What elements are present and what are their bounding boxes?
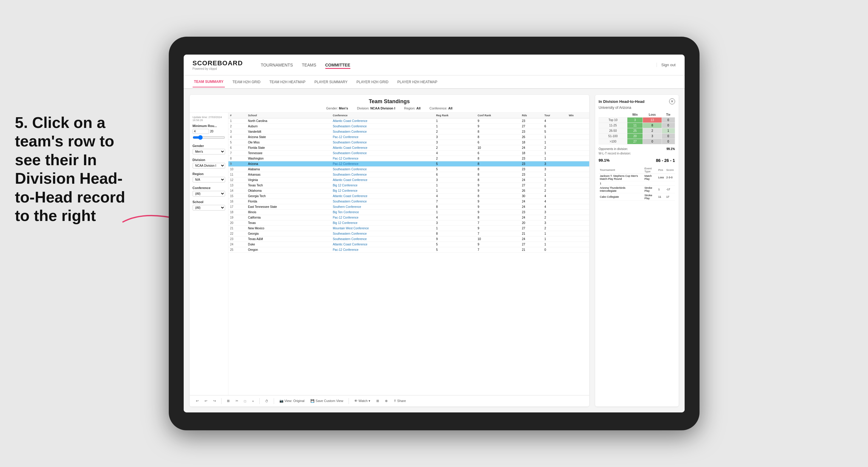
toolbar-redo[interactable]: ↪ — [211, 398, 218, 404]
standings-row-21[interactable]: 21 New Mexico Mountain West Conference 1… — [228, 226, 589, 231]
col-reg-rank: Reg Rank — [434, 113, 475, 118]
conf-rank-10: 8 — [476, 167, 520, 172]
tour-15: 4 — [543, 193, 567, 199]
toolbar-undo2[interactable]: ↩ — [203, 398, 209, 404]
t-col-pos: Pos — [657, 166, 665, 174]
standings-row-7[interactable]: 7 Tennessee Southeastern Conference 4 6 … — [228, 151, 589, 156]
win-21 — [567, 226, 589, 231]
rank-5: 5 — [228, 140, 246, 145]
standings-row-14[interactable]: 14 Oklahoma Big 12 Conference 1 9 26 2 — [228, 188, 589, 193]
standings-row-1[interactable]: 1 North Carolina Atlantic Coast Conferen… — [228, 118, 589, 124]
conf-3: Southeastern Conference — [331, 129, 434, 134]
tour-16: 4 — [543, 199, 567, 204]
rds-16: 24 — [520, 199, 543, 204]
subnav-team-h2h-grid[interactable]: TEAM H2H GRID — [231, 77, 262, 87]
standings-row-2[interactable]: 2 Auburn Southeastern Conference 1 9 27 … — [228, 124, 589, 129]
conf-4: Pac-12 Conference — [331, 134, 434, 140]
toolbar-timer[interactable]: ⏱ — [263, 398, 270, 404]
conf-18: Big Ten Conference — [331, 210, 434, 215]
toolbar-plus[interactable]: + — [250, 398, 255, 404]
region-select[interactable]: N/A East West — [193, 177, 225, 183]
toolbar-add[interactable]: ⊕ — [383, 398, 390, 404]
reg-rank-8: 2 — [434, 156, 475, 161]
rds-6: 24 — [520, 145, 543, 151]
standings-row-15[interactable]: 15 Georgia Tech Atlantic Coast Conferenc… — [228, 193, 589, 199]
subnav-player-summary[interactable]: PLAYER SUMMARY — [313, 77, 349, 87]
standings-row-22[interactable]: 22 Georgia Southeastern Conference 8 7 2… — [228, 231, 589, 237]
col-conf-rank: Conf Rank — [476, 113, 520, 118]
nav-committee[interactable]: COMMITTEE — [325, 61, 350, 69]
gender-select[interactable]: Men's Women's — [193, 149, 225, 154]
standings-row-6[interactable]: 6 Florida State Atlantic Coast Conferenc… — [228, 145, 589, 151]
h2h-close-button[interactable]: ✕ — [669, 98, 675, 104]
standings-row-4[interactable]: 4 Arizona State Pac-12 Conference 3 8 26… — [228, 134, 589, 140]
annotation-text: 5. Click on a team's row to see their In… — [15, 113, 128, 225]
standings-row-17[interactable]: 17 East Tennessee State Southern Confere… — [228, 204, 589, 210]
toolbar-undo[interactable]: ↩ — [194, 398, 200, 404]
h2h-row-top10: Top 10 3 13 0 — [599, 118, 675, 123]
standings-row-13[interactable]: 13 Texas Tech Big 12 Conference 1 9 27 2 — [228, 183, 589, 188]
subnav-player-h2h-heatmap[interactable]: PLAYER H2H HEATMAP — [396, 77, 439, 87]
tour-5: 1 — [543, 140, 567, 145]
toolbar-watch[interactable]: 👁 Watch ▾ — [352, 398, 372, 404]
standings-row-10[interactable]: 10 Alabama Southeastern Conference 5 8 2… — [228, 167, 589, 172]
standings-row-5[interactable]: 5 Ole Miss Southeastern Conference 3 6 1… — [228, 140, 589, 145]
standings-row-23[interactable]: 23 Texas A&M Southeastern Conference 9 1… — [228, 237, 589, 242]
tour-9: 3 — [543, 161, 567, 167]
toolbar-grid2[interactable]: ⊞ — [374, 398, 381, 404]
col-school: School — [246, 113, 331, 118]
sub-nav: TEAM SUMMARY TEAM H2H GRID TEAM H2H HEAT… — [184, 75, 685, 89]
school-3: Vanderbilt — [246, 129, 331, 134]
toolbar-save-custom[interactable]: 💾 Save Custom View — [309, 398, 345, 404]
conf-21: Mountain West Conference — [331, 226, 434, 231]
min-rounds-slider[interactable] — [193, 135, 225, 140]
win-16 — [567, 199, 589, 204]
reg-rank-22: 8 — [434, 231, 475, 237]
tour-3: 5 — [543, 129, 567, 134]
rds-23: 24 — [520, 237, 543, 242]
standings-row-9[interactable]: 9 Arizona Pac-12 Conference 5 8 23 3 — [228, 161, 589, 167]
h2h-row-11-25: 11-25 11 8 0 — [599, 123, 675, 128]
filter-region: Region N/A East West — [193, 172, 225, 183]
min-rounds-input[interactable] — [193, 129, 209, 134]
panel-meta: Gender: Men's Division: NCAA Division I … — [196, 106, 583, 110]
subnav-player-h2h-grid[interactable]: PLAYER H2H GRID — [355, 77, 390, 87]
subnav-team-h2h-heatmap[interactable]: TEAM H2H HEATMAP — [268, 77, 307, 87]
school-12: Virginia — [246, 178, 331, 183]
school-select[interactable]: (All) — [193, 205, 225, 211]
standings-row-8[interactable]: 8 Washington Pac-12 Conference 2 8 23 1 — [228, 156, 589, 161]
standings-row-24[interactable]: 24 Duke Atlantic Coast Conference 5 9 27… — [228, 242, 589, 247]
standings-row-19[interactable]: 19 California Pac-12 Conference 4 8 24 2 — [228, 215, 589, 220]
standings-row-18[interactable]: 18 Illinois Big Ten Conference 1 9 23 3 — [228, 210, 589, 215]
conference-select[interactable]: (All) Atlantic Coast Conference Southeas… — [193, 191, 225, 196]
school-13: Texas Tech — [246, 183, 331, 188]
standings-row-3[interactable]: 3 Vanderbilt Southeastern Conference 2 8… — [228, 129, 589, 134]
nav-tournaments[interactable]: TOURNAMENTS — [260, 61, 293, 69]
conf-rank-3: 8 — [476, 129, 520, 134]
standings-row-20[interactable]: 20 Texas Big 12 Conference 3 7 20 3 — [228, 220, 589, 226]
school-16: Florida — [246, 199, 331, 204]
reg-rank-6: 2 — [434, 145, 475, 151]
toolbar-copy[interactable]: □ — [242, 398, 248, 404]
school-8: Washington — [246, 156, 331, 161]
toolbar-view-original[interactable]: 📷 View: Original — [278, 398, 307, 404]
toolbar-grid[interactable]: ⊞ — [225, 398, 231, 404]
standings-row-25[interactable]: 25 Oregon Pac-12 Conference 5 7 21 0 — [228, 247, 589, 253]
filter-school-label: School — [193, 200, 225, 204]
rank-4: 4 — [228, 134, 246, 140]
toolbar-share[interactable]: ⇑ Share — [392, 398, 408, 404]
school-19: California — [246, 215, 331, 220]
sign-out-button[interactable]: Sign out — [657, 63, 676, 67]
standings-row-12[interactable]: 12 Virginia Atlantic Coast Conference 3 … — [228, 178, 589, 183]
t-score-3: 17 — [665, 193, 675, 201]
toolbar-scissors[interactable]: ✂ — [234, 398, 240, 404]
subnav-team-summary[interactable]: TEAM SUMMARY — [193, 76, 225, 87]
win-2 — [567, 124, 589, 129]
nav-teams[interactable]: TEAMS — [302, 61, 316, 69]
division-select[interactable]: NCAA Division I NCAA Division II NCAA Di… — [193, 163, 225, 168]
rds-5: 18 — [520, 140, 543, 145]
rds-18: 23 — [520, 210, 543, 215]
standings-row-16[interactable]: 16 Florida Southeastern Conference 7 9 2… — [228, 199, 589, 204]
update-time: Update time: 27/03/2024 16:56:26 — [193, 116, 225, 122]
standings-row-11[interactable]: 11 Arkansas Southeastern Conference 6 8 … — [228, 172, 589, 178]
